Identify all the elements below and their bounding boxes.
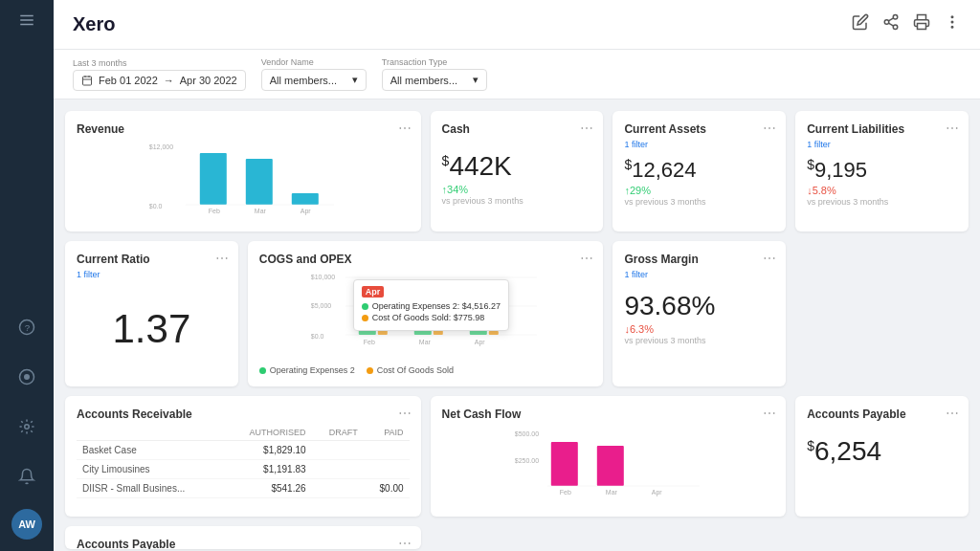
svg-text:Apr: Apr — [475, 339, 486, 346]
gross-margin-subtitle: 1 filter — [624, 270, 774, 279]
current-liabilities-value: $9,195 — [807, 157, 957, 183]
svg-text:$500.00: $500.00 — [514, 430, 538, 437]
svg-rect-13 — [918, 24, 926, 30]
ar-col-authorised: AUTHORISED — [224, 425, 312, 441]
sidebar-bottom-icons: ? AW — [10, 310, 44, 540]
current-liabilities-menu[interactable]: ⋯ — [946, 121, 959, 136]
svg-point-8 — [893, 15, 898, 20]
date-filter-label: Last 3 months — [73, 58, 246, 68]
date-filter-control[interactable]: Feb 01 2022 → Apr 30 2022 — [73, 70, 246, 91]
cash-menu[interactable]: ⋯ — [580, 121, 593, 136]
svg-text:$0.0: $0.0 — [311, 333, 324, 340]
svg-point-9 — [884, 20, 889, 25]
ar-row-name: City Limousines — [77, 460, 224, 479]
ap-text-menu[interactable]: ⋯ — [946, 406, 959, 421]
net-cash-flow-card: Net Cash Flow ⋯ $500.00 $250.00 Feb Mar … — [431, 396, 787, 517]
legend-cogs-label: Cost Of Goods Sold — [377, 365, 454, 375]
current-assets-value: $12,624 — [624, 157, 774, 183]
gross-margin-card: Gross Margin 1 filter ⋯ 93.68% ↓6.3% vs … — [612, 241, 786, 386]
svg-text:$250.00: $250.00 — [514, 457, 538, 464]
svg-text:Mar: Mar — [255, 208, 267, 214]
ar-menu[interactable]: ⋯ — [398, 406, 412, 421]
cogs-tooltip: Apr Operating Expenses 2: $4,516.27 Cost… — [353, 279, 509, 331]
svg-rect-41 — [489, 331, 499, 335]
user-avatar[interactable]: AW — [11, 509, 42, 540]
gross-margin-title: Gross Margin — [624, 253, 774, 266]
vendor-filter-value: All members... — [270, 75, 337, 86]
more-icon[interactable] — [944, 13, 961, 35]
ap-chart-menu[interactable]: ⋯ — [398, 536, 412, 549]
net-cash-menu[interactable]: ⋯ — [763, 406, 776, 421]
vendor-filter-group: Vendor Name All members... ▾ — [261, 57, 367, 91]
ar-col-draft: DRAFT — [312, 425, 364, 441]
svg-line-11 — [888, 23, 893, 26]
cogs-card: COGS and OPEX ⋯ Apr Operating Expenses 2… — [248, 241, 604, 386]
ar-table: AUTHORISED DRAFT PAID Basket Case $1,829… — [77, 425, 410, 498]
ar-row-authorised: $541.26 — [224, 479, 312, 498]
edit-icon[interactable] — [852, 13, 869, 35]
cogs-title: COGS and OPEX — [259, 253, 592, 266]
vendor-filter-dropdown[interactable]: All members... ▾ — [261, 69, 367, 91]
share-icon[interactable] — [882, 13, 900, 35]
vendor-chevron-icon: ▾ — [352, 74, 358, 86]
ar-col-paid: PAID — [364, 425, 410, 441]
table-row: City Limousines $1,191.83 — [77, 460, 410, 479]
transaction-filter-dropdown[interactable]: All members... ▾ — [382, 69, 487, 91]
gross-margin-menu[interactable]: ⋯ — [763, 251, 776, 266]
date-to: Apr 30 2022 — [180, 75, 237, 86]
print-icon[interactable] — [913, 13, 930, 35]
transaction-filter-value: All members... — [390, 75, 457, 86]
ar-table-header: AUTHORISED DRAFT PAID — [77, 425, 410, 441]
ar-row-name: DIISR - Small Busines... — [77, 479, 224, 498]
current-assets-menu[interactable]: ⋯ — [763, 121, 776, 136]
cash-card: Cash ⋯ $442K ↑34% vs previous 3 months — [431, 111, 604, 231]
revenue-menu[interactable]: ⋯ — [398, 121, 412, 136]
help-icon[interactable]: ? — [10, 310, 44, 344]
svg-text:?: ? — [25, 322, 31, 333]
ar-row-draft — [312, 441, 364, 460]
gross-margin-vs: vs previous 3 months — [624, 336, 774, 345]
ar-row-draft — [312, 460, 364, 479]
legend-opex-dot — [259, 367, 266, 374]
cogs-legend-opex: Operating Expenses 2 — [259, 365, 355, 375]
ar-row-authorised: $1,191.83 — [224, 460, 312, 479]
current-assets-title: Current Assets — [624, 122, 774, 136]
svg-text:Apr: Apr — [651, 489, 662, 496]
cogs-tooltip-opex-row: Operating Expenses 2: $4,516.27 — [362, 301, 501, 311]
header-actions — [852, 13, 961, 35]
svg-rect-17 — [83, 77, 92, 85]
ar-row-paid — [364, 460, 410, 479]
cogs-legend: Operating Expenses 2 Cost Of Goods Sold — [259, 365, 592, 375]
ar-title: Accounts Receivable — [77, 408, 410, 421]
app-header: Xero — [54, 0, 980, 50]
legend-opex-label: Operating Expenses 2 — [270, 365, 355, 375]
cogs-dot — [362, 315, 368, 321]
explore-icon[interactable] — [10, 360, 44, 394]
ap-text-title: Accounts Payable — [807, 408, 957, 421]
svg-point-6 — [25, 375, 30, 380]
sidebar: ? AW — [0, 0, 54, 551]
notifications-icon[interactable] — [10, 459, 44, 494]
table-row: DIISR - Small Busines... $541.26 $0.00 — [77, 479, 410, 498]
current-liabilities-title: Current Liabilities — [807, 122, 957, 136]
gross-margin-value: 93.68% — [624, 291, 774, 321]
current-ratio-menu[interactable]: ⋯ — [215, 251, 229, 266]
svg-rect-48 — [596, 446, 623, 486]
transaction-filter-group: Transaction Type All members... ▾ — [382, 57, 487, 91]
dashboard: Revenue ⋯ $12,000 $0.0 Feb Mar Apr Cash … — [54, 99, 980, 551]
settings-icon[interactable] — [10, 409, 44, 444]
current-ratio-card: Current Ratio 1 filter ⋯ 1.37 — [65, 241, 238, 386]
svg-text:$5,000: $5,000 — [311, 302, 332, 309]
svg-text:Apr: Apr — [301, 208, 312, 215]
current-assets-card: Current Assets 1 filter ⋯ $12,624 ↑29% v… — [612, 111, 786, 231]
svg-text:Mar: Mar — [419, 339, 432, 345]
cash-change: ↑34% — [442, 184, 592, 195]
legend-cogs-dot — [367, 367, 373, 374]
current-ratio-title: Current Ratio — [77, 253, 227, 266]
accounts-payable-chart-card: Accounts Payable ⋯ Young Bros Transport$… — [65, 526, 421, 549]
date-arrow: → — [164, 75, 174, 86]
sidebar-toggle[interactable] — [18, 11, 35, 33]
gross-margin-change: ↓6.3% — [624, 323, 774, 335]
cogs-menu[interactable]: ⋯ — [580, 251, 593, 266]
filter-bar: Last 3 months Feb 01 2022 → Apr 30 2022 … — [54, 50, 980, 99]
